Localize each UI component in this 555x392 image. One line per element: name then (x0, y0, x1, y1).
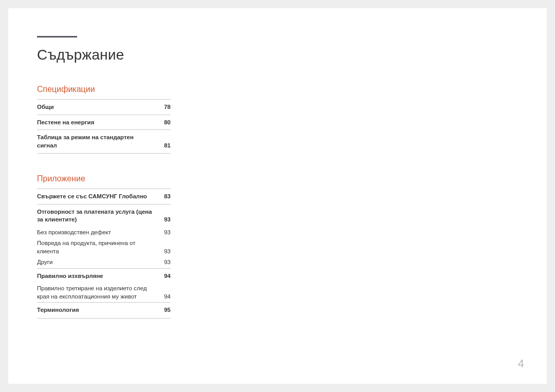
toc-entry[interactable]: Отговорност за платената услуга (цена за… (37, 204, 171, 227)
toc-entry[interactable]: Пестене на енергия 80 (37, 115, 171, 130)
toc-subentry[interactable]: Правилно третиране на изделието след кра… (37, 283, 171, 302)
toc-entry[interactable]: Общи 78 (37, 99, 171, 115)
toc-entry-label: Отговорност за платената услуга (цена за… (37, 208, 158, 224)
toc-entry[interactable]: Таблица за режим на стандартен сигнал 81 (37, 129, 171, 154)
toc-entry[interactable]: Терминология 95 (37, 302, 171, 319)
toc-section-1: Приложение Свържете се със САМСУНГ Глоба… (37, 174, 171, 319)
toc-entry-page: 93 (158, 229, 171, 237)
toc-entry-label: Свържете се със САМСУНГ Глобално (37, 193, 158, 201)
toc-entry-label: Правилно третиране на изделието след кра… (37, 285, 158, 301)
toc-entry-page: 93 (158, 258, 171, 267)
toc-entry-label: Общи (37, 103, 158, 111)
toc-entry-label: Таблица за режим на стандартен сигнал (37, 134, 158, 150)
toc-subentry[interactable]: Други 93 (37, 257, 171, 268)
page-title: Съдържание (37, 47, 518, 63)
toc-entry-page: 95 (158, 306, 171, 314)
page-number: 4 (518, 357, 524, 370)
toc-entry-label: Повреда на продукта, причинена от клиент… (37, 239, 158, 255)
toc-section-0: Спецификации Общи 78 Пестене на енергия … (37, 85, 171, 154)
toc-entry-label: Без производствен дефект (37, 229, 158, 237)
toc-entry-label: Други (37, 258, 158, 267)
toc-entry-page: 93 (158, 216, 171, 224)
toc-subentry[interactable]: Повреда на продукта, причинена от клиент… (37, 238, 171, 257)
toc-entry[interactable]: Свържете се със САМСУНГ Глобално 83 (37, 189, 171, 204)
toc-subentry[interactable]: Без производствен дефект 93 (37, 227, 171, 238)
section-heading: Приложение (37, 174, 171, 183)
toc-entry-label: Правилно изхвърляне (37, 272, 158, 281)
toc-entry-page: 80 (158, 119, 171, 127)
section-heading: Спецификации (37, 85, 171, 94)
page: Съдържание Спецификации Общи 78 Пестене … (8, 8, 547, 384)
toc-entry-page: 83 (158, 193, 171, 201)
toc-entry[interactable]: Правилно изхвърляне 94 (37, 268, 171, 284)
table-of-contents: Спецификации Общи 78 Пестене на енергия … (37, 85, 171, 319)
toc-entry-page: 94 (158, 293, 171, 301)
toc-entry-label: Пестене на енергия (37, 119, 158, 127)
toc-entry-page: 81 (158, 142, 171, 150)
toc-entry-page: 94 (158, 272, 171, 281)
toc-entry-page: 78 (158, 103, 171, 111)
toc-entry-page: 93 (158, 248, 171, 256)
toc-entry-label: Терминология (37, 306, 158, 314)
title-rule (37, 36, 77, 38)
